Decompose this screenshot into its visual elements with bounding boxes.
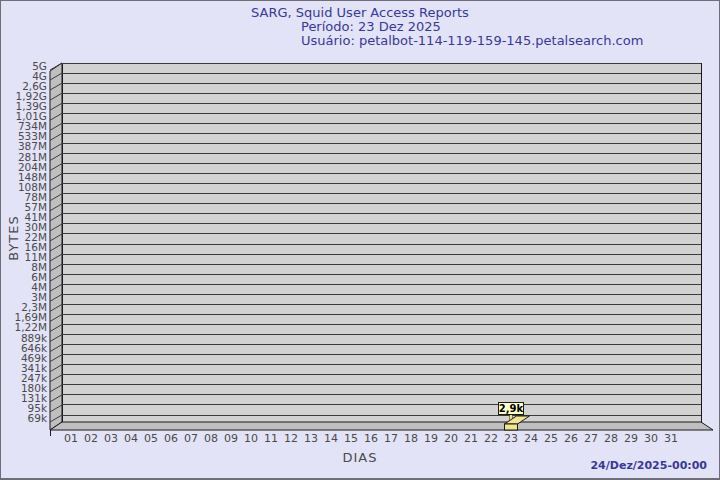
- bar-front-face: [505, 424, 518, 430]
- x-tick-label: 16: [364, 432, 378, 445]
- x-tick-label: 28: [604, 432, 618, 445]
- x-tick-label: 09: [224, 432, 238, 445]
- sarg-report-image: SARG, Squid User Access Reports Período:…: [0, 0, 720, 480]
- x-tick-label: 29: [624, 432, 638, 445]
- x-tick-label: 02: [84, 432, 98, 445]
- x-tick-label: 27: [584, 432, 598, 445]
- x-tick-label: 15: [344, 432, 358, 445]
- bar-value-label: 2,9k: [499, 403, 524, 414]
- x-tick-label: 08: [204, 432, 218, 445]
- x-tick-label: 04: [124, 432, 138, 445]
- report-timestamp: 24/Dez/2025-00:00: [590, 459, 707, 472]
- x-tick-label: 25: [544, 432, 558, 445]
- x-tick-label: 24: [524, 432, 538, 445]
- x-tick-label: 26: [564, 432, 578, 445]
- x-tick-label: 17: [384, 432, 398, 445]
- chart-plot-area: [62, 63, 701, 422]
- x-tick-label: 21: [464, 432, 478, 445]
- x-tick-label: 10: [244, 432, 258, 445]
- x-tick-label: 11: [264, 432, 278, 445]
- x-tick-label: 23: [504, 432, 518, 445]
- x-tick-label: 06: [164, 432, 178, 445]
- x-tick-label: 14: [324, 432, 338, 445]
- x-tick-label: 31: [664, 432, 678, 445]
- bar-chart: 5G4G2,6G1,92G1,39G1,01G734M533M387M281M2…: [1, 1, 720, 480]
- x-tick-label: 30: [644, 432, 658, 445]
- x-tick-label: 12: [284, 432, 298, 445]
- y-tick-label: 69k: [28, 412, 48, 424]
- chart-left-wall: [50, 63, 62, 430]
- chart-floor: [50, 422, 713, 430]
- x-tick-label: 01: [64, 432, 78, 445]
- x-tick-label: 13: [304, 432, 318, 445]
- x-tick-label: 19: [424, 432, 438, 445]
- x-tick-label: 20: [444, 432, 458, 445]
- x-tick-label: 07: [184, 432, 198, 445]
- x-tick-label: 05: [144, 432, 158, 445]
- x-tick-label: 18: [404, 432, 418, 445]
- x-tick-label: 03: [104, 432, 118, 445]
- x-tick-label: 22: [484, 432, 498, 445]
